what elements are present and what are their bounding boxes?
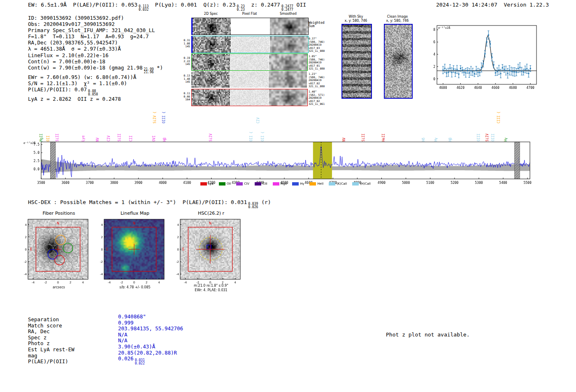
info-line: EWr = 7.60(±0.95) (w: 6.80(±0.74))Å: [28, 74, 163, 80]
cutout-pixelflat: [230, 71, 268, 88]
report-timestamp: 2024-12-30 14:24:07: [436, 2, 497, 8]
lineflux-caption: s/b: 4.78 +/- 0.085: [104, 285, 166, 289]
text-segment: λ = 4651.38Å σ = 2.97(±0.33)Å: [28, 46, 121, 52]
cutout-row-annotation: 1.05" (580, 746) 20200419 v017_01 321_LL…: [309, 55, 325, 71]
cutout-row: [191, 89, 308, 106]
hsc-cutout-title: HSC(26.2) r: [180, 211, 242, 216]
info-line: S/N = 12.1(±1.3) χ² = 1.1(±0.0): [28, 80, 163, 86]
info-line: F=1.8" T=0.113 N=1.17 A=0.93 g=24.7: [28, 33, 163, 39]
text-segment: 203.984135, 55.942706: [118, 325, 183, 332]
cutout-pixelflat: [231, 18, 269, 35]
spectral-line-label: CIV: [256, 118, 260, 123]
cutout-row-annotation: Weighted Sum: [309, 21, 325, 28]
legend-label: (K)CaII: [337, 182, 347, 186]
legend-swatch: [273, 182, 279, 186]
text-segment: 20.85(20.82,20.88)R: [118, 350, 177, 356]
fiber-positions-panel: [16, 216, 96, 287]
text-segment: (r): [258, 199, 271, 205]
text-segment: Obs: 20200419v017_3090153692: [28, 21, 115, 27]
legend-swatch: [329, 182, 335, 186]
legend-swatch: [200, 182, 207, 186]
info-line: Primary Spec_Slot_IFU_AMP: 321_042_030_L…: [28, 27, 163, 33]
info-line: RA,Dec (203.983765,55.942547): [28, 39, 163, 46]
cutout-smoothed: [269, 89, 307, 106]
cutout-row-weights: 0.19 2.22 145: [182, 57, 190, 66]
text-segment: Cont(w) = 7.90(±0.09)e-18 (gmag 21.98: [28, 65, 142, 71]
match-field-label: mag: [28, 353, 118, 359]
clean-coords: x, y: 580, 746: [384, 19, 411, 23]
text-segment: 3.90(±0.43)Å: [118, 343, 155, 350]
text-segment: EWr = 7.60(±0.95) (w: 6.80(±0.74))Å: [28, 74, 136, 80]
spectrum-legend: LyαOIICIVCIIIMgIIHγHeII(K)CaII(H)CaII: [41, 182, 530, 186]
info-line: LineFlux = 2.10(±0.22)e-16: [28, 52, 163, 58]
hsc-caption-1: m:21.0 re:1.8" s:0.9": [180, 284, 242, 288]
text-segment: 0.999: [118, 320, 134, 326]
text-segment: HSC-DEX : Possible Matches = 1 (within +…: [28, 199, 247, 205]
match-table-row: P(LAE)/P(OII)0.0260.0310.022: [28, 359, 183, 368]
info-line: Cont(w) = 7.90(±0.09)e-18 (gmag 21.9821.…: [28, 65, 163, 74]
match-table-row: RA, Dec203.984135, 55.942706: [28, 329, 183, 335]
report-version: Version 1.22.3: [504, 2, 549, 8]
legend-item: Lyα: [200, 182, 214, 186]
text-segment: N/A: [118, 332, 128, 338]
legend-item: HeII: [309, 182, 323, 186]
hsc-caption-2: EWr: 4. PLAE: 0.031: [180, 288, 242, 292]
text-segment: z: 0.2477: [245, 2, 280, 8]
text-segment: ID: 3090153692 (3090153692.pdf): [28, 15, 124, 21]
cutout-row-weights: 0.11 0.66 164: [182, 92, 190, 102]
col-header-2dspec: 2D Spec: [192, 12, 230, 16]
match-field-label: Match score: [28, 323, 118, 329]
match-field-label: Est LyA rest-EW: [28, 347, 118, 353]
match-field-value: N/A: [118, 332, 128, 338]
elixer-detection-report: EW: 6.5±1.9Å P(LAE)/P(OII): 0.0530.1130.…: [0, 0, 576, 392]
legend-label: (H)CaII: [360, 182, 371, 186]
legend-swatch: [255, 182, 261, 186]
text-segment: F=1.8" T=0.113 N=1.17 A=0.93 g=24.7: [28, 33, 149, 39]
legend-label: CIV: [244, 182, 249, 186]
info-line: ID: 3090153692 (3090153692.pdf): [28, 15, 163, 21]
cutout-smoothed: [269, 71, 307, 88]
legend-swatch: [352, 182, 359, 186]
match-field-label: Spec z: [28, 335, 118, 341]
match-field-value: N/A: [118, 338, 128, 344]
text-segment: 0.026: [118, 355, 134, 362]
cutout-row-annotation: 1.23" (580, 746) 20200419 v017_02 321_LL…: [309, 73, 325, 88]
info-line: Cont(n) = 7.00(±0.00)e-18: [28, 58, 163, 65]
cutout-2dspec: [193, 18, 231, 35]
text-segment: LineFlux = 2.10(±0.22)e-16: [28, 52, 109, 58]
fiber-xlabel: arcsecs: [28, 285, 90, 289]
summary-header: EW: 6.5±1.9Å P(LAE)/P(OII): 0.0530.1130.…: [28, 2, 306, 11]
detection-info-block: ID: 3090153692 (3090153692.pdf)Obs: 2020…: [28, 15, 163, 102]
info-line: LyA z = 2.8262 OII z = 0.2478: [28, 96, 163, 102]
legend-label: MgII: [281, 182, 287, 186]
stacked-fraction: 0.230.23: [237, 5, 245, 11]
text-segment: Primary Spec_Slot_IFU_AMP: 321_042_030_L…: [28, 27, 155, 33]
spectral-line-label: OIII {: [162, 111, 166, 123]
stacked-fraction: 0.0310.022: [135, 359, 145, 365]
text-segment: *): [154, 65, 163, 71]
legend-item: CIV: [236, 182, 249, 186]
clean-title: Clean Image: [384, 15, 411, 19]
stacked-fraction: 0.1130.032: [139, 5, 149, 11]
text-segment: 0.940868": [118, 313, 146, 320]
match-table-row: Separation0.940868": [28, 317, 183, 323]
stacked-fraction: 0.24770.2477: [281, 5, 293, 11]
text-segment: EW: 6.5±1.9Å P(LAE)/P(OII): 0.053: [28, 2, 137, 8]
cutout-smoothed: [270, 36, 308, 53]
cutout-smoothed: [269, 54, 307, 70]
hsc-match-line: HSC-DEX : Possible Matches = 1 (within +…: [28, 199, 271, 209]
cutout-2dspec: [191, 71, 230, 88]
cutout-row-weights: 0.31 1.08 145: [182, 39, 190, 49]
legend-swatch: [292, 182, 299, 186]
match-field-value: 20.85(20.82,20.88)R: [118, 350, 177, 356]
photz-note: Phot z plot not available.: [386, 332, 470, 338]
lineflux-map-title: Lineflux Map: [104, 211, 166, 216]
legend-swatch: [236, 182, 243, 186]
cutout-row-weights: 0.13 1.48 145: [182, 74, 190, 84]
info-line: λ = 4651.38Å σ = 2.97(±0.33)Å: [28, 46, 163, 52]
cutout-pixelflat: [230, 54, 269, 70]
match-field-value: 0.0260.0310.022: [118, 356, 145, 365]
col-header-smoothed: Smoothed: [269, 12, 307, 16]
cutout-2dspec: [193, 36, 231, 53]
withsky-title: With Sky: [341, 15, 370, 19]
